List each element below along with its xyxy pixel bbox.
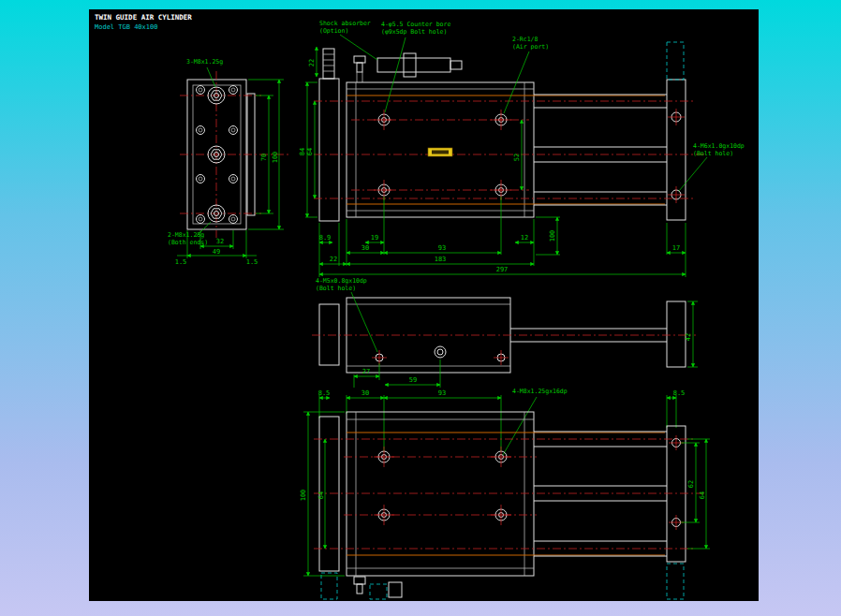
phantom-bracket-bottom xyxy=(321,573,337,599)
shock-absorber-symbol xyxy=(377,53,462,77)
top-view-dimension-lines xyxy=(351,292,698,388)
front-dim-edge-right: 1.5 xyxy=(246,258,258,266)
top-bolt-label2: (Bolt hole) xyxy=(316,285,356,292)
bottom-dim-85-left: 8.5 xyxy=(318,389,331,397)
bottom-view-top-dimension-lines xyxy=(319,395,676,455)
bottom-dim-62: 62 xyxy=(687,480,695,488)
top-dim-42: 42 xyxy=(685,333,692,341)
counterbore-label2: (φ9x5dp Bolt hole) xyxy=(381,28,447,36)
top-dim-59: 59 xyxy=(409,376,417,384)
bottom-view-side-dimension-lines xyxy=(303,412,710,576)
side-dim-64: 64 xyxy=(306,148,314,155)
side-view-centerlines xyxy=(314,101,707,198)
phantom-fitting-bottom xyxy=(370,584,387,599)
side-view: Shock absorber (Option) 4-φ5.5 Counter b… xyxy=(299,20,745,277)
side-dim-93: 93 xyxy=(438,244,446,252)
bottom-dim-64-left: 64 xyxy=(317,491,325,499)
side-dim-52: 52 xyxy=(513,154,521,161)
phantom-extended-plate-bottom xyxy=(667,564,684,599)
bottom-dim-93: 93 xyxy=(438,389,446,397)
bottom-dim-85-right: 8.5 xyxy=(673,389,686,397)
shock-absorber-label2: (Option) xyxy=(319,27,348,35)
side-dim-84: 84 xyxy=(299,148,306,155)
bottom-bolt-label: 4-M8x1.25gx16dp xyxy=(512,388,568,395)
front-bottom-thread-label: 2-M8x1.25g xyxy=(168,231,204,239)
mounting-bolt-symbol xyxy=(354,56,365,82)
bottom-fittings xyxy=(354,576,402,597)
front-dim-width-outer: 49 xyxy=(213,248,220,256)
bottom-view-holes xyxy=(374,435,684,530)
front-dim-height-outer: 100 xyxy=(272,152,279,164)
front-bottom-thread-label2: (Both ends) xyxy=(168,239,208,246)
cad-drawing: TWIN GUIDE AIR CYLINDER Model TGB 40x100 xyxy=(89,9,759,601)
front-dim-width-inner: 32 xyxy=(216,238,224,245)
side-dim-17: 17 xyxy=(672,244,680,252)
drawing-model: Model TGB 40x100 xyxy=(95,23,157,31)
bottom-view: 8.5 30 93 8.5 4-M8x1.25gx16dp xyxy=(300,388,710,599)
top-view: 4-M5x0.8gx10dp (Bolt hole) 27 59 42 xyxy=(312,277,698,388)
side-dim-stroke: 100 xyxy=(549,230,556,242)
bottom-view-centerlines xyxy=(314,439,707,549)
side-dim-30: 30 xyxy=(361,244,369,252)
side-dim-297: 297 xyxy=(496,266,509,273)
front-view: 3-M8x1.25g 2-M8x1.25g (Both ends) 32 49 … xyxy=(168,47,317,266)
side-dim-12: 12 xyxy=(521,234,528,242)
side-dim-8-9: 8.9 xyxy=(319,234,332,242)
side-view-geometry xyxy=(319,79,686,221)
stroke-adjuster-knob xyxy=(323,49,334,79)
top-bolt-label: 4-M5x0.8gx10dp xyxy=(316,277,367,285)
front-thread-label: 3-M8x1.25g xyxy=(186,58,223,66)
drawing-title: TWIN GUIDE AIR CYLINDER xyxy=(95,13,192,22)
side-dim-183: 183 xyxy=(435,256,447,263)
bottom-dim-30: 30 xyxy=(361,389,369,397)
side-dim-19: 19 xyxy=(371,234,378,242)
front-dim-height-inner: 70 xyxy=(260,154,268,161)
desktop-background: TWIN GUIDE AIR CYLINDER Model TGB 40x100 xyxy=(0,0,841,616)
bottom-dim-100: 100 xyxy=(300,490,307,502)
counterbore-label: 4-φ5.5 Counter bore xyxy=(381,21,450,28)
front-dim-edge-left: 1.5 xyxy=(175,258,187,266)
shock-absorber-label: Shock absorber xyxy=(319,20,371,27)
plate-bolt-label2: (Bolt hole) xyxy=(693,150,733,157)
plate-bolt-label: 4-M6x1.0gx10dp xyxy=(693,142,745,150)
bottom-view-geometry xyxy=(319,412,686,576)
brand-logo xyxy=(428,148,452,156)
air-port-label: 2-Rc1/8 xyxy=(512,36,538,43)
cad-drawing-canvas: TWIN GUIDE AIR CYLINDER Model TGB 40x100 xyxy=(89,9,759,601)
bottom-dim-64-right: 64 xyxy=(699,491,706,499)
top-dim-27: 27 xyxy=(362,368,370,375)
side-dim-22: 22 xyxy=(330,256,337,263)
front-dim-adjuster: 22 xyxy=(308,59,316,66)
phantom-extended-plate-top xyxy=(667,42,684,80)
side-view-holes xyxy=(374,109,685,203)
air-port-label2: (Air port) xyxy=(512,43,549,51)
